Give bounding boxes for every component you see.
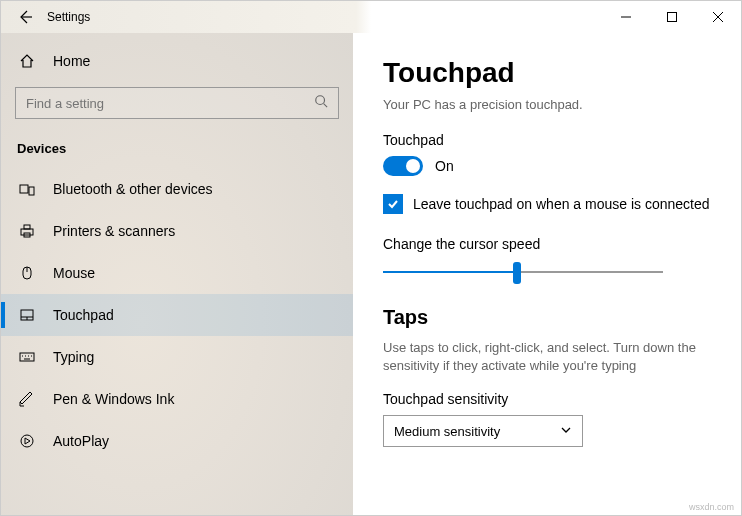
nav-item-label: Mouse [53, 265, 95, 281]
keyboard-icon [17, 349, 37, 365]
sidebar: Home Devices Bluetooth & other devices P… [1, 33, 353, 515]
search-icon [314, 94, 328, 112]
window-title: Settings [47, 10, 90, 24]
nav-item-label: AutoPlay [53, 433, 109, 449]
svg-rect-9 [20, 353, 34, 361]
check-icon [386, 197, 400, 211]
cursor-speed-label: Change the cursor speed [383, 236, 711, 252]
svg-point-10 [21, 435, 33, 447]
nav-item-label: Touchpad [53, 307, 114, 323]
touchpad-toggle-state: On [435, 158, 454, 174]
taps-heading: Taps [383, 306, 711, 329]
svg-rect-3 [29, 187, 34, 195]
close-button[interactable] [695, 1, 741, 33]
chevron-down-icon [560, 424, 572, 439]
nav-touchpad[interactable]: Touchpad [1, 294, 353, 336]
search-input[interactable] [15, 87, 339, 119]
sensitivity-dropdown[interactable]: Medium sensitivity [383, 415, 583, 447]
nav-printers[interactable]: Printers & scanners [1, 210, 353, 252]
back-button[interactable] [11, 3, 39, 31]
pen-icon [17, 391, 37, 407]
watermark: wsxdn.com [689, 502, 734, 512]
nav-pen[interactable]: Pen & Windows Ink [1, 378, 353, 420]
svg-rect-4 [21, 229, 33, 235]
nav-item-label: Pen & Windows Ink [53, 391, 174, 407]
autoplay-icon [17, 433, 37, 449]
page-subtitle: Your PC has a precision touchpad. [383, 97, 711, 112]
printer-icon [17, 223, 37, 239]
touchpad-toggle-label: Touchpad [383, 132, 711, 148]
svg-point-1 [316, 96, 325, 105]
devices-icon [17, 181, 37, 197]
leave-on-checkbox[interactable] [383, 194, 403, 214]
nav-autoplay[interactable]: AutoPlay [1, 420, 353, 462]
leave-on-label: Leave touchpad on when a mouse is connec… [413, 196, 710, 212]
touchpad-icon [17, 307, 37, 323]
nav-home-label: Home [53, 53, 90, 69]
nav-item-label: Typing [53, 349, 94, 365]
touchpad-toggle[interactable] [383, 156, 423, 176]
svg-rect-2 [20, 185, 28, 193]
content-pane: Touchpad Your PC has a precision touchpa… [353, 33, 741, 515]
cursor-speed-slider[interactable] [383, 260, 663, 284]
nav-group-title: Devices [1, 137, 353, 168]
nav-typing[interactable]: Typing [1, 336, 353, 378]
maximize-button[interactable] [649, 1, 695, 33]
svg-rect-5 [24, 225, 30, 229]
taps-description: Use taps to click, right-click, and sele… [383, 339, 711, 375]
page-title: Touchpad [383, 57, 711, 89]
nav-bluetooth[interactable]: Bluetooth & other devices [1, 168, 353, 210]
nav-item-label: Printers & scanners [53, 223, 175, 239]
mouse-icon [17, 265, 37, 281]
nav-mouse[interactable]: Mouse [1, 252, 353, 294]
sensitivity-value: Medium sensitivity [394, 424, 500, 439]
sensitivity-label: Touchpad sensitivity [383, 391, 711, 407]
svg-rect-0 [668, 13, 677, 22]
minimize-button[interactable] [603, 1, 649, 33]
home-icon [17, 53, 37, 69]
nav-home[interactable]: Home [1, 47, 353, 75]
search-field[interactable] [26, 96, 314, 111]
nav-item-label: Bluetooth & other devices [53, 181, 213, 197]
